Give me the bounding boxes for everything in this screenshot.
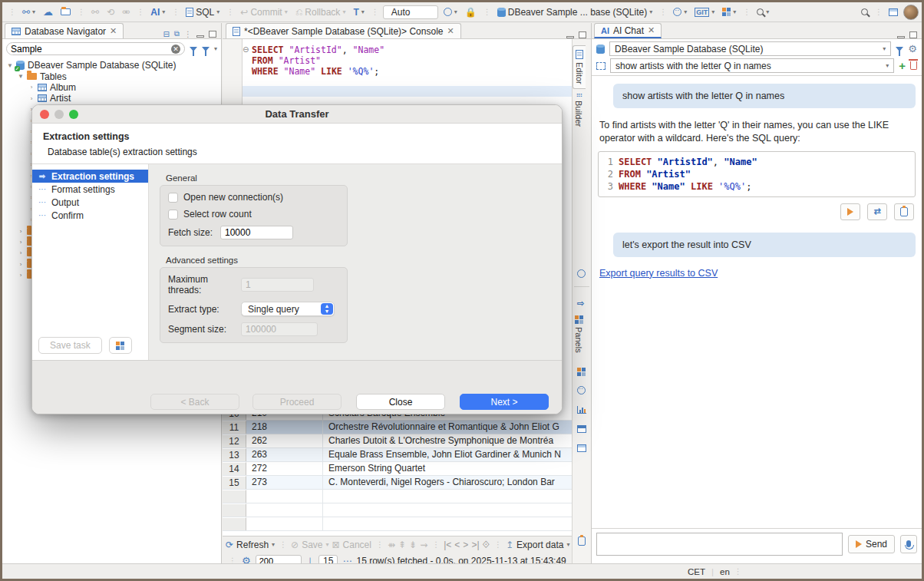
nav-item-extraction-settings[interactable]: ➡ Extraction settings	[32, 170, 148, 183]
voice-input-button[interactable]	[900, 535, 917, 553]
close-icon[interactable]: ✕	[648, 25, 655, 35]
tab-panels[interactable]: Panels	[573, 312, 585, 357]
chart-panel-icon[interactable]	[577, 406, 586, 414]
transaction-mode-button[interactable]: T▾	[351, 5, 366, 19]
export-csv-link[interactable]: Export query results to CSV	[592, 265, 725, 282]
prev-page-icon[interactable]: <	[454, 540, 460, 550]
first-page-icon[interactable]: |<	[444, 540, 451, 550]
minimize-icon[interactable]	[897, 36, 905, 38]
rollback-button[interactable]: ⎌Rollback▾	[293, 5, 348, 19]
export-icon[interactable]: ↥	[506, 540, 513, 550]
pin-panel-icon[interactable]: ⇨	[577, 299, 584, 309]
fold-icon[interactable]: ⊖	[243, 45, 249, 54]
minimize-icon[interactable]	[196, 35, 204, 38]
cell-artistid[interactable]: 262	[246, 434, 323, 447]
copy-row-icon[interactable]: ⇟	[409, 540, 417, 550]
chevron-right-icon[interactable]: ›	[28, 95, 35, 102]
sql-code-block[interactable]: 1SELECT "ArtistId", "Name"2FROM "Artist"…	[598, 151, 916, 197]
search-button[interactable]: ▾	[754, 7, 771, 17]
git-button[interactable]: GIT▾	[692, 6, 717, 18]
dialog-titlebar[interactable]: Data Transfer	[32, 105, 562, 124]
next-page-icon[interactable]: >	[463, 540, 468, 550]
scope-filter-icon[interactable]	[896, 47, 903, 51]
metadata-panel-icon[interactable]	[577, 444, 586, 452]
cell-artistid[interactable]: 272	[246, 462, 323, 475]
open-new-connections-checkbox[interactable]	[168, 193, 178, 203]
back-button[interactable]: < Back	[150, 394, 239, 410]
chevron-right-icon[interactable]: ›	[18, 261, 24, 268]
er-diagram-button[interactable]: ▾	[720, 6, 738, 18]
gear-icon[interactable]: ⚙	[908, 45, 917, 54]
connect-button[interactable]: ⚯	[89, 5, 101, 19]
quick-search-button[interactable]	[859, 7, 870, 17]
grid-panel-icon[interactable]	[577, 368, 586, 376]
clear-search-icon[interactable]: ✕	[171, 45, 180, 54]
send-button[interactable]: Send	[848, 535, 895, 553]
table-row[interactable]: 14 272 Emerson String Quartet	[223, 462, 573, 476]
value-panel-icon[interactable]	[577, 386, 586, 394]
last-page-icon[interactable]: >|	[471, 540, 479, 550]
disconnect-button[interactable]: ⚮	[120, 5, 132, 19]
cancel-icon[interactable]: ⊠	[332, 540, 340, 550]
cell-name[interactable]: Charles Dutoit & L'Orchestre Symphonique…	[323, 434, 573, 447]
navigator-search-field[interactable]: ✕	[6, 42, 185, 55]
run-query-button[interactable]	[840, 203, 860, 220]
cell-name[interactable]: Equale Brass Ensemble, John Eliot Gardin…	[323, 448, 573, 461]
cloud-connections-button[interactable]: ☁	[41, 5, 55, 19]
maximize-icon[interactable]	[579, 31, 586, 38]
active-connection-selector[interactable]: DBeaver Sample ... base (SQLite)▾	[495, 5, 655, 19]
tab-database-navigator[interactable]: Database Navigator ✕	[5, 23, 124, 38]
proceed-button[interactable]: Proceed	[252, 394, 342, 410]
chevron-right-icon[interactable]: ›	[28, 84, 35, 91]
save-task-button[interactable]: Save task	[38, 337, 102, 354]
fetch-size-dialog-input[interactable]	[220, 226, 293, 239]
cell-artistid[interactable]: 263	[246, 448, 323, 461]
save-icon[interactable]: ⊘	[291, 540, 299, 550]
tree-item-album[interactable]: › Album	[2, 82, 221, 93]
chat-input[interactable]	[596, 533, 843, 556]
extract-type-select[interactable]: Single query ▲▼	[241, 302, 335, 316]
user-avatar[interactable]	[903, 5, 919, 20]
nav-item-format-settings[interactable]: ··· Format settings	[32, 183, 148, 196]
refresh-icon[interactable]: ⟳	[226, 540, 233, 550]
cell-artistid[interactable]: 273	[246, 476, 323, 489]
lock-button[interactable]: 🔒	[463, 5, 479, 19]
delete-row-icon[interactable]: ⇝	[420, 540, 427, 550]
view-menu-icon[interactable]: ⋮	[184, 30, 192, 38]
tree-item-artist[interactable]: › Artist	[2, 93, 221, 104]
reconnect-button[interactable]: ⟲	[104, 5, 117, 19]
dashboard-button[interactable]: ▾	[671, 6, 689, 18]
output-panel-icon[interactable]	[578, 536, 586, 546]
timezone-label[interactable]: CET	[688, 567, 705, 576]
cell-artistid[interactable]: 218	[246, 421, 323, 434]
close-icon[interactable]: ✕	[447, 26, 454, 36]
filter-icon[interactable]	[190, 47, 197, 51]
delete-chat-icon[interactable]	[910, 61, 917, 70]
chevron-right-icon[interactable]: ›	[18, 239, 24, 246]
open-folder-button[interactable]	[58, 7, 73, 17]
nav-item-output[interactable]: ··· Output	[32, 196, 148, 209]
calc-panel-icon[interactable]	[577, 425, 586, 433]
copy-code-button[interactable]	[894, 203, 914, 220]
maximize-icon[interactable]	[909, 31, 917, 38]
chevron-right-icon[interactable]: ›	[18, 249, 24, 256]
cell-name[interactable]: C. Monteverdi, Nigel Rogers - Chiaroscur…	[323, 476, 573, 489]
edit-row-icon[interactable]: ⇻	[388, 540, 395, 550]
tree-item-connection[interactable]: ▼ DBeaver Sample Database (SQLite)	[2, 60, 221, 71]
export-data-label[interactable]: Export data	[516, 540, 563, 550]
perspective-button[interactable]	[886, 7, 900, 18]
collapse-all-icon[interactable]: ⊟	[163, 30, 169, 38]
save-label[interactable]: Save	[302, 540, 322, 550]
next-button[interactable]: Next >	[460, 394, 549, 410]
commit-button[interactable]: ↩Commit▾	[238, 5, 289, 19]
chat-history-select[interactable]: show artists with the letter Q in names …	[610, 58, 894, 73]
tab-builder[interactable]: ⠿ Builder	[573, 89, 585, 131]
table-row[interactable]: 13 263 Equale Brass Ensemble, John Eliot…	[223, 448, 573, 462]
chat-connection-select[interactable]: DBeaver Sample Database (SQLite) ▾	[609, 41, 891, 56]
table-row[interactable]: 15 273 C. Monteverdi, Nigel Rogers - Chi…	[223, 476, 573, 490]
new-connection-button[interactable]: ⚯▾	[20, 5, 38, 19]
nav-item-confirm[interactable]: ··· Confirm	[32, 209, 148, 222]
chevron-right-icon[interactable]: ›	[18, 228, 24, 235]
close-button[interactable]: Close	[356, 394, 445, 410]
refresh-label[interactable]: Refresh	[236, 540, 269, 550]
